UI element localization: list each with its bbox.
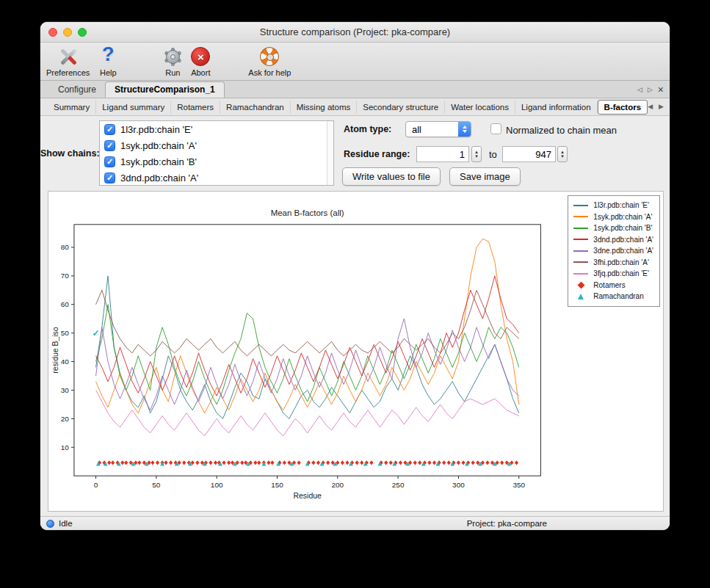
tab-structurecomparison-1[interactable]: StructureComparison_1 (105, 81, 225, 98)
tab-missing-atoms[interactable]: Missing atoms (291, 101, 358, 114)
chain-list-item[interactable]: ✓ 3dnd.pdb:chain 'A' (100, 170, 333, 186)
legend-item: 3fhi.pdb:chain 'A' (573, 257, 653, 269)
tab-ramachandran[interactable]: Ramachandran (220, 101, 291, 114)
plot-controls-panel: Show chains: ✓ 1l3r.pdb:chain 'E' ✓ 1syk… (40, 116, 670, 188)
status-project-label: Project: pka-compare (467, 519, 547, 528)
atom-type-label: Atom type: (344, 124, 391, 134)
window-title: Structure comparison (Project: pka-compa… (260, 26, 450, 37)
close-window-button[interactable] (48, 28, 57, 37)
chain-list-item[interactable]: ✓ 1l3r.pdb:chain 'E' (100, 121, 333, 137)
svg-text:350: 350 (512, 481, 525, 489)
subtab-scroll-left-icon[interactable]: ◀ (648, 104, 653, 110)
svg-text:40: 40 (61, 357, 70, 366)
chart-legend: 1l3r.pdb:chain 'E'1syk.pdb:chain 'A'1syk… (568, 195, 660, 307)
svg-text:250: 250 (392, 481, 405, 489)
to-label: to (489, 149, 497, 160)
section-tab-bar: SummaryLigand summaryRotamersRamachandra… (40, 98, 670, 116)
subtab-scroll-right-icon[interactable]: ▶ (659, 104, 664, 110)
normalized-checkbox[interactable] (490, 123, 501, 134)
legend-item: 1syk.pdb:chain 'A' (573, 211, 653, 223)
residue-to-input[interactable] (502, 146, 556, 162)
svg-text:200: 200 (332, 481, 344, 489)
checkbox-checked-icon[interactable]: ✓ (104, 124, 115, 135)
atom-type-select[interactable]: all (405, 121, 471, 137)
tab-configure[interactable]: Configure (49, 82, 105, 98)
checkbox-checked-icon[interactable]: ✓ (104, 173, 115, 184)
residue-from-stepper[interactable]: ▴ ▾ (471, 146, 482, 162)
svg-text:50: 50 (61, 329, 70, 337)
svg-text:Mean B-factors (all): Mean B-factors (all) (271, 208, 344, 217)
tab-ligand-information[interactable]: Ligand information (515, 101, 598, 114)
svg-text:30: 30 (61, 386, 70, 394)
tab-water-locations[interactable]: Water locations (445, 101, 515, 114)
chain-label: 1l3r.pdb:chain 'E' (120, 124, 192, 135)
preferences-icon (57, 46, 79, 68)
desktop-background: Structure comparison (Project: pka-compa… (0, 0, 710, 588)
minimize-window-button[interactable] (63, 28, 72, 37)
atom-type-value: all (406, 124, 458, 135)
chain-list-item[interactable]: ✓ 1syk.pdb:chain 'B' (100, 153, 333, 170)
document-tab-bar: Configure StructureComparison_1 ◁ ▷ × (40, 81, 670, 98)
residue-range-label: Residue range: (344, 149, 410, 159)
chart-panel: Mean B-factors (all)05010015020025030035… (48, 191, 664, 512)
toolbar: Preferences ? Help Run × Abort (40, 43, 670, 81)
toolbar-run-button[interactable]: Run (162, 46, 184, 77)
status-indicator-icon (46, 520, 54, 528)
tab-b-factors[interactable]: B-factors (598, 100, 648, 115)
save-image-button[interactable]: Save image (449, 167, 521, 186)
svg-text:300: 300 (452, 481, 465, 489)
svg-text:50: 50 (152, 481, 161, 489)
chain-label: 1syk.pdb:chain 'A' (120, 140, 197, 151)
svg-text:60: 60 (61, 300, 70, 308)
legend-item: 3dnd.pdb:chain 'A' (573, 234, 653, 246)
svg-text:10: 10 (61, 443, 70, 451)
run-gear-icon (162, 46, 184, 68)
normalized-label: Normalized to chain mean (506, 125, 617, 136)
svg-text:80: 80 (61, 243, 70, 251)
chain-list-item[interactable]: ✓ 1syk.pdb:chain 'A' (100, 137, 333, 153)
tab-ligand-summary[interactable]: Ligand summary (96, 101, 171, 114)
chain-list-scrollbar[interactable] (327, 121, 333, 185)
tab-nav-forward-icon[interactable]: ▷ (648, 87, 653, 93)
svg-text:✓: ✓ (93, 328, 100, 338)
title-bar[interactable]: Structure comparison (Project: pka-compa… (40, 22, 670, 43)
app-window: Structure comparison (Project: pka-compa… (40, 22, 670, 530)
chain-label: 3dnd.pdb:chain 'A' (120, 173, 198, 184)
checkbox-checked-icon[interactable]: ✓ (104, 156, 115, 167)
residue-from-input[interactable] (416, 146, 469, 162)
popup-chevrons-icon (458, 121, 471, 137)
legend-item: 1l3r.pdb:chain 'E' (573, 200, 653, 211)
toolbar-ask-for-help-button[interactable]: Ask for help (248, 46, 291, 77)
chain-label: 1syk.pdb:chain 'B' (120, 156, 197, 167)
svg-text:100: 100 (211, 481, 223, 489)
tab-rotamers[interactable]: Rotamers (171, 101, 220, 114)
toolbar-abort-button[interactable]: × Abort (189, 46, 211, 77)
tab-summary[interactable]: Summary (48, 101, 96, 114)
abort-icon: × (189, 46, 211, 68)
svg-text:70: 70 (61, 272, 70, 280)
legend-item: 1syk.pdb:chain 'B' (573, 222, 653, 234)
tab-secondary-structure[interactable]: Secondary structure (357, 101, 445, 114)
status-text: Idle (59, 519, 73, 528)
help-icon: ? (97, 46, 119, 68)
legend-item: 3fjq.pdb:chain 'E' (573, 268, 653, 280)
checkbox-checked-icon[interactable]: ✓ (104, 140, 115, 151)
residue-to-stepper[interactable]: ▴ ▾ (557, 146, 568, 162)
toolbar-preferences-button[interactable]: Preferences (46, 46, 90, 77)
lifebuoy-icon (258, 46, 280, 68)
toolbar-help-button[interactable]: ? Help (97, 46, 119, 77)
show-chains-label: Show chains: (40, 148, 96, 159)
tab-close-icon[interactable]: × (658, 84, 664, 95)
legend-item: 3dne.pdb:chain 'A' (573, 245, 653, 257)
stepper-down-icon[interactable]: ▾ (561, 154, 564, 159)
svg-text:150: 150 (271, 481, 283, 489)
status-bar: Idle Project: pka-compare (40, 516, 670, 530)
chain-checklist[interactable]: ✓ 1l3r.pdb:chain 'E' ✓ 1syk.pdb:chain 'A… (99, 120, 334, 186)
svg-text:0: 0 (94, 481, 98, 489)
legend-item: Rotamers (573, 280, 653, 291)
zoom-window-button[interactable] (78, 28, 87, 37)
legend-item: Ramachandran (573, 291, 653, 302)
tab-nav-back-icon[interactable]: ◁ (637, 87, 642, 93)
write-values-button[interactable]: Write values to file (342, 167, 441, 186)
stepper-down-icon[interactable]: ▾ (475, 154, 478, 159)
